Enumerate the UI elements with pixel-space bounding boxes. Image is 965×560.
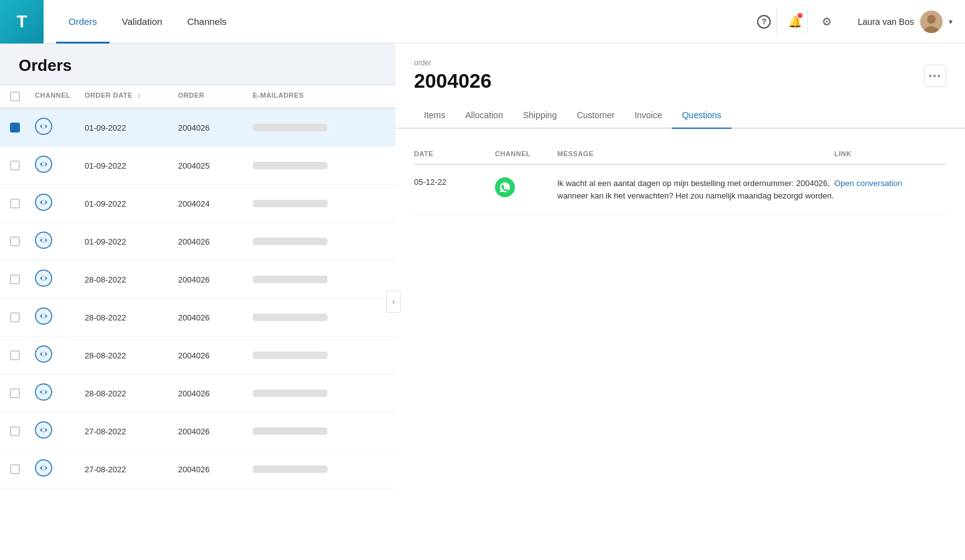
more-icon: ••• — [929, 71, 942, 81]
date-cell: 01-09-2022 — [85, 123, 178, 133]
main-layout: Orders CHANNEL ORDER DATE ↕ ORDER E-MAIL… — [0, 44, 965, 560]
order-header: ORDER — [178, 91, 253, 101]
svg-point-1 — [927, 15, 936, 24]
notifications-button[interactable]: 🔔 — [783, 9, 808, 34]
date-column-header: DATE — [414, 150, 495, 157]
table-row[interactable]: 01-09-2022 2004025 — [0, 147, 395, 185]
message-column-header: MESSAGE — [557, 150, 834, 157]
row-checkbox[interactable] — [10, 161, 35, 170]
settings-button[interactable]: ⚙ — [814, 9, 839, 34]
orders-header: Orders — [0, 44, 395, 85]
nav-orders[interactable]: Orders — [56, 0, 110, 44]
date-cell: 01-09-2022 — [85, 237, 178, 246]
help-button[interactable]: ? — [752, 9, 777, 34]
order-tabs: Items Allocation Shipping Customer Invoi… — [395, 103, 965, 129]
row-checkbox[interactable] — [10, 312, 35, 322]
order-header: order 2004026 ••• — [395, 44, 965, 93]
row-checkbox[interactable] — [10, 198, 35, 208]
svg-point-22 — [42, 466, 45, 470]
tab-questions[interactable]: Questions — [672, 103, 731, 128]
channel-cell — [35, 118, 85, 138]
email-cell — [253, 314, 327, 321]
order-detail-panel: order 2004026 ••• Items Allocation Shipp… — [395, 44, 965, 560]
table-row[interactable]: 01-09-2022 2004024 — [0, 185, 395, 223]
more-options-button[interactable]: ••• — [924, 65, 946, 87]
table-row[interactable]: 27-08-2022 2004026 — [0, 450, 395, 488]
nav-channels[interactable]: Channels — [175, 0, 239, 44]
topnav: T Orders Validation Channels ? 🔔 ⚙ Laura… — [0, 0, 965, 44]
chevron-right-icon: › — [392, 297, 395, 306]
order-cell: 2004024 — [178, 199, 253, 208]
svg-point-18 — [42, 390, 45, 394]
order-cell: 2004025 — [178, 161, 253, 170]
order-cell: 2004026 — [178, 351, 253, 360]
svg-point-12 — [42, 276, 45, 280]
row-checkbox[interactable] — [10, 236, 35, 246]
channel-cell — [35, 459, 85, 479]
channel-cell — [35, 307, 85, 327]
email-header: E-MAILADRES — [253, 91, 385, 101]
email-cell — [253, 465, 327, 473]
order-cell: 2004026 — [178, 123, 253, 133]
questions-table-row: 05-12-22 Ik wacht al een aantal dagen op… — [414, 165, 946, 215]
collapse-panel-button[interactable]: › — [386, 291, 401, 313]
order-cell: 2004026 — [178, 465, 253, 474]
logo[interactable]: T — [0, 0, 44, 44]
svg-point-20 — [42, 428, 45, 432]
date-cell: 28-08-2022 — [85, 313, 178, 322]
order-header-top: order 2004026 ••• — [414, 58, 946, 93]
avatar — [920, 11, 943, 33]
channel-cell — [35, 383, 85, 403]
channel-cell — [35, 194, 85, 213]
email-cell — [253, 124, 327, 131]
svg-point-14 — [42, 314, 45, 318]
date-cell: 28-08-2022 — [85, 351, 178, 360]
order-cell: 2004026 — [178, 427, 253, 436]
table-row[interactable]: 27-08-2022 2004026 — [0, 413, 395, 450]
tab-customer[interactable]: Customer — [567, 103, 624, 128]
checkbox-header — [10, 91, 35, 101]
questions-table-header: DATE CHANNEL MESSAGE LINK — [414, 144, 946, 165]
table-row[interactable]: 28-08-2022 2004026 — [0, 337, 395, 375]
row-checkbox[interactable] — [10, 426, 35, 436]
row-checkbox[interactable] — [10, 464, 35, 474]
channel-cell — [35, 345, 85, 365]
table-row[interactable]: 28-08-2022 2004026 — [0, 375, 395, 413]
email-cell — [253, 352, 327, 359]
row-checkbox[interactable] — [10, 350, 35, 360]
order-cell: 2004026 — [178, 313, 253, 322]
table-row[interactable]: 01-09-2022 2004026 — [0, 223, 395, 261]
table-row[interactable]: 28-08-2022 2004026 — [0, 261, 395, 299]
nav-validation[interactable]: Validation — [110, 0, 175, 44]
help-icon: ? — [757, 15, 771, 29]
open-conversation-link[interactable]: Open conversation — [834, 179, 902, 188]
order-number: 2004026 — [414, 70, 492, 93]
channel-cell — [35, 231, 85, 251]
table-row[interactable]: 01-09-2022 2004026 — [0, 109, 395, 147]
user-name: Laura van Bos — [858, 17, 914, 27]
date-cell: 27-08-2022 — [85, 465, 178, 474]
table-row[interactable]: 28-08-2022 2004026 — [0, 299, 395, 337]
chevron-down-icon: ▾ — [949, 17, 953, 26]
svg-point-4 — [42, 124, 45, 128]
row-checkbox[interactable] — [10, 123, 35, 133]
email-cell — [253, 200, 327, 207]
channel-column-header: CHANNEL — [495, 150, 557, 157]
select-all-checkbox[interactable] — [10, 91, 20, 101]
email-cell — [253, 390, 327, 397]
row-checkbox[interactable] — [10, 388, 35, 398]
svg-point-6 — [42, 162, 45, 166]
user-menu[interactable]: Laura van Bos ▾ — [845, 11, 953, 33]
order-cell: 2004026 — [178, 389, 253, 398]
tab-shipping[interactable]: Shipping — [513, 103, 567, 128]
date-cell: 27-08-2022 — [85, 427, 178, 436]
tab-items[interactable]: Items — [414, 103, 455, 128]
message-text: Ik wacht al een aantal dagen op mijn bes… — [557, 177, 834, 202]
sort-icon: ↕ — [137, 91, 141, 99]
row-checkbox[interactable] — [10, 274, 35, 284]
order-date-header: ORDER DATE ↕ — [85, 91, 178, 101]
orders-table: CHANNEL ORDER DATE ↕ ORDER E-MAILADRES 0… — [0, 85, 395, 560]
tab-allocation[interactable]: Allocation — [455, 103, 513, 128]
tab-invoice[interactable]: Invoice — [624, 103, 672, 128]
email-cell — [253, 276, 327, 283]
